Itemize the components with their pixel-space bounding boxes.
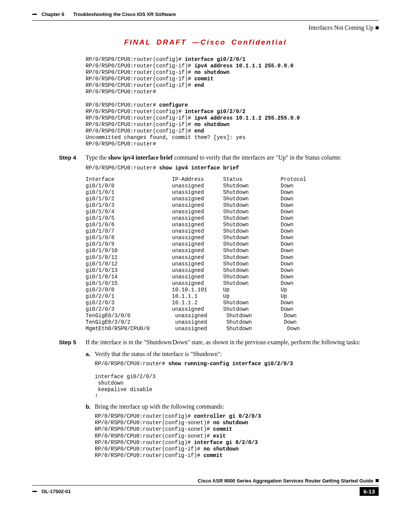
chapter-label: Chapter 6	[41, 11, 64, 17]
section-title: Interfaces Not Coming Up	[309, 24, 373, 31]
step5-label: Step 5	[59, 338, 86, 347]
sub-a-label: a.	[86, 351, 95, 358]
header-dot-icon	[376, 26, 379, 29]
code-block-a: RP/0/RSP0/CPU0:router# show running-conf…	[95, 361, 379, 399]
sub-b-body: Bring the interface up with the followin…	[95, 403, 379, 410]
page-number: 6-13	[360, 487, 379, 496]
interface-table: Interface IP-Address Status Protocol gi0…	[86, 176, 379, 332]
chapter-title: Troubleshooting the Cisco IOS XR Softwar…	[73, 11, 176, 17]
footer-dot-icon	[376, 479, 379, 482]
code-block-1: RP/0/RSP0/CPU0:router(config)# interface…	[86, 56, 379, 147]
footer-guide: Cisco ASR 9000 Series Aggregation Servic…	[198, 478, 373, 484]
show-cmd: RP/0/RSP0/CPU0:router# show ipv4 interfa…	[86, 165, 379, 171]
step4-label: Step 4	[59, 153, 86, 162]
footer-doc-id: OL-17502-01	[41, 489, 71, 494]
code-block-b: RP/0/RSP0/CPU0:router(config)# controlle…	[95, 413, 379, 459]
step4-body: Type the show ipv4 interface brief comma…	[86, 153, 379, 162]
header-left: Chapter 6 Troubleshooting the Cisco IOS …	[32, 11, 176, 17]
sub-b-label: b.	[86, 403, 95, 410]
draft-title: FINAL DRAFT —Cisco Confidential	[32, 38, 379, 46]
sub-a-body: Verify that the status of the interface …	[95, 351, 379, 358]
step5-body: If the interface is in the "Shutdown/Dow…	[86, 338, 379, 347]
